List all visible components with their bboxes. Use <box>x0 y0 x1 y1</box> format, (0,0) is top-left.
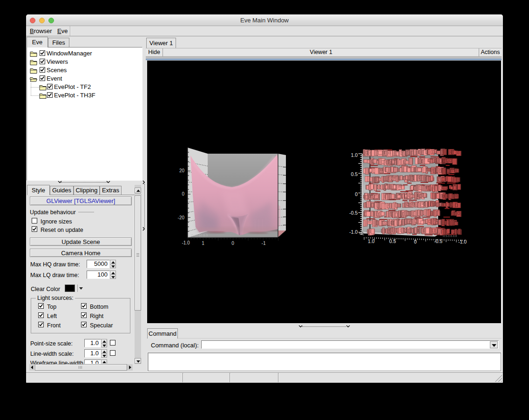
svg-text:0.40.60.8.0: 0.40.60.8.0 <box>191 234 208 237</box>
svg-text:0: 0 <box>414 239 417 244</box>
svg-text:20: 20 <box>179 168 185 173</box>
svg-text:-1.0: -1.0 <box>458 239 467 244</box>
svg-text:0: 0 <box>355 191 358 197</box>
svg-text:1.0: 1.0 <box>368 238 375 244</box>
svg-text:1.0: 1.0 <box>351 152 358 158</box>
svg-text:0: 0 <box>231 241 234 246</box>
svg-text:-1.0: -1.0 <box>349 229 358 235</box>
svg-text:-0.5: -0.5 <box>349 210 358 216</box>
svg-text:0.5: 0.5 <box>351 171 358 177</box>
svg-text:1: 1 <box>202 241 204 246</box>
svg-text:-1.0: -1.0 <box>182 240 190 245</box>
svg-text:0: 0 <box>182 191 184 196</box>
svg-text:-1: -1 <box>262 241 266 246</box>
svg-text:-20: -20 <box>178 215 185 220</box>
svg-text:0.5: 0.5 <box>389 238 396 244</box>
svg-text:-0.5: -0.5 <box>434 238 442 244</box>
